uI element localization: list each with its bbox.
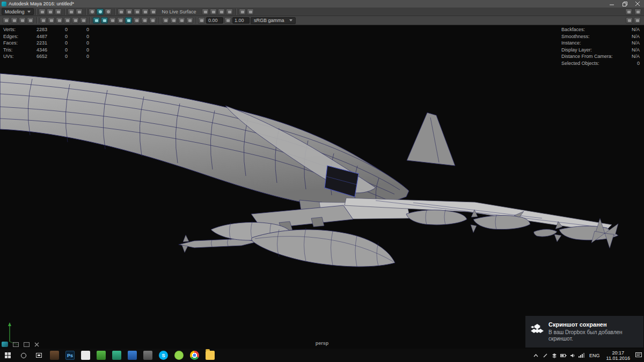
camera-attributes-icon[interactable] <box>19 17 26 24</box>
taskbar-app-3[interactable] <box>78 349 93 362</box>
xray-icon[interactable] <box>133 17 140 24</box>
start-button[interactable] <box>0 349 16 362</box>
image-plane-icon[interactable] <box>40 17 47 24</box>
maya-app-icon <box>2 2 6 6</box>
close-icon[interactable] <box>34 342 39 347</box>
screen-space-ao-icon[interactable] <box>162 17 169 24</box>
gamma-icon[interactable] <box>224 17 231 24</box>
taskbar-app-6[interactable] <box>125 349 140 362</box>
channel-box-toggle-icon[interactable] <box>626 17 633 24</box>
task-view-icon <box>36 353 42 358</box>
tray-volume-button[interactable] <box>568 353 577 358</box>
search-button[interactable] <box>16 349 31 362</box>
wireframe-icon[interactable] <box>93 17 100 24</box>
wireframe-on-shaded-icon[interactable] <box>125 17 132 24</box>
select-camera-icon[interactable] <box>3 17 10 24</box>
restore-button[interactable] <box>618 0 631 8</box>
use-all-lights-icon[interactable] <box>117 17 124 24</box>
snap-to-point-icon[interactable] <box>134 9 141 15</box>
sidebar-toggle-icon[interactable] <box>625 9 632 15</box>
perspective-viewport[interactable]: Verts: 2283 0 0 Edges: 4487 0 0 Faces: 2… <box>0 25 644 349</box>
lock-camera-icon[interactable] <box>11 17 18 24</box>
workspace-layout-icon[interactable] <box>634 9 641 15</box>
titlebar[interactable]: Autodesk Maya 2016: untitled* <box>0 0 644 8</box>
select-by-hierarchy-icon[interactable] <box>89 9 96 15</box>
grid-toggle-icon[interactable] <box>64 17 71 24</box>
menuset-label: Modeling <box>5 9 25 14</box>
isolate-select-icon[interactable] <box>149 17 156 24</box>
layout-pane-icon[interactable] <box>24 342 30 347</box>
close-button[interactable] <box>631 0 644 8</box>
taskbar-app-photoshop[interactable]: Ps <box>62 349 78 362</box>
hud-row: Edges: 4487 0 0 <box>3 33 89 40</box>
taskbar-clock[interactable]: 20:17 11.01.2016 <box>603 350 633 361</box>
chrome-icon <box>190 351 199 360</box>
multisample-aa-icon[interactable] <box>178 17 185 24</box>
taskbar-app-7[interactable] <box>140 349 156 362</box>
two-sided-lighting-icon[interactable] <box>48 17 55 24</box>
chevron-up-icon <box>533 354 538 357</box>
hud-row: Smoothness: N/A <box>561 33 640 40</box>
separator <box>85 9 86 15</box>
taskbar-app-1[interactable] <box>47 349 62 362</box>
make-live-icon[interactable] <box>150 9 157 15</box>
film-gate-icon[interactable] <box>72 17 79 24</box>
tray-dropbox-button[interactable] <box>550 353 559 358</box>
select-by-component-icon[interactable] <box>105 9 112 15</box>
exposure-field[interactable]: 0.00 <box>206 17 223 24</box>
motion-blur-icon[interactable] <box>170 17 177 24</box>
depth-of-field-icon[interactable] <box>186 17 193 24</box>
tray-pen-button[interactable] <box>540 353 550 358</box>
in-view-editor-icon[interactable] <box>2 342 8 347</box>
default-material-icon[interactable] <box>141 17 148 24</box>
new-scene-icon[interactable] <box>39 9 46 15</box>
notification-body: В ваш Dropbox был добавлен скриншот. <box>548 329 630 342</box>
aircraft-model[interactable] <box>0 73 618 267</box>
gamma-field[interactable]: 1.00 <box>232 17 250 24</box>
language-indicator[interactable]: ENG <box>586 353 603 358</box>
ipr-render-icon[interactable] <box>226 9 233 15</box>
redo-icon[interactable] <box>76 9 83 15</box>
taskbar-app-5[interactable] <box>109 349 125 362</box>
open-scene-icon[interactable] <box>47 9 54 15</box>
layout-pane-icon[interactable] <box>13 342 19 347</box>
taskbar-app-explorer[interactable] <box>202 349 218 362</box>
attribute-editor-toggle-icon[interactable] <box>634 17 641 24</box>
snap-to-grid-icon[interactable] <box>118 9 125 15</box>
snap-to-curve-icon[interactable] <box>126 9 133 15</box>
bookmark-icon[interactable] <box>27 17 34 24</box>
task-view-button[interactable] <box>31 349 47 362</box>
snap-to-plane-icon[interactable] <box>142 9 149 15</box>
menuset-dropdown[interactable]: Modeling <box>2 8 34 15</box>
taskbar-app-4[interactable] <box>93 349 109 362</box>
construction-history-icon[interactable] <box>202 9 209 15</box>
taskbar-app-skype[interactable]: S <box>156 349 171 362</box>
select-by-object-icon[interactable] <box>97 9 104 15</box>
shadows-icon[interactable] <box>56 17 63 24</box>
hud-row: Tris: 4346 0 0 <box>3 47 89 54</box>
taskbar-app-chrome[interactable] <box>187 349 202 362</box>
maya-window: Autodesk Maya 2016: untitled* Modeling <box>0 0 644 362</box>
pod-right-outer <box>534 230 557 237</box>
app-icon-9 <box>174 351 184 360</box>
render-settings-icon[interactable] <box>239 9 246 15</box>
shaded-icon[interactable] <box>101 17 108 24</box>
dropbox-notification[interactable]: Скриншот сохранен В ваш Dropbox был доба… <box>525 316 643 348</box>
render-current-frame-icon[interactable] <box>218 9 225 15</box>
undo-icon[interactable] <box>68 9 75 15</box>
save-scene-icon[interactable] <box>55 9 62 15</box>
resolution-gate-icon[interactable] <box>80 17 87 24</box>
color-space-dropdown[interactable]: sRGB gamma <box>251 17 296 24</box>
action-center-button[interactable] <box>633 352 644 358</box>
live-surface-label: No Live Surface <box>162 9 196 14</box>
tray-network-button[interactable] <box>577 353 586 358</box>
hypershade-icon[interactable] <box>247 9 254 15</box>
taskbar-app-9[interactable] <box>171 349 187 362</box>
minimize-button[interactable] <box>605 0 618 8</box>
tray-battery-button[interactable] <box>559 353 568 358</box>
open-render-view-icon[interactable] <box>210 9 217 15</box>
show-hidden-icons-button[interactable] <box>531 354 540 357</box>
textured-icon[interactable] <box>109 17 116 24</box>
exposure-icon[interactable] <box>198 17 205 24</box>
viewport-canvas[interactable] <box>0 25 644 349</box>
